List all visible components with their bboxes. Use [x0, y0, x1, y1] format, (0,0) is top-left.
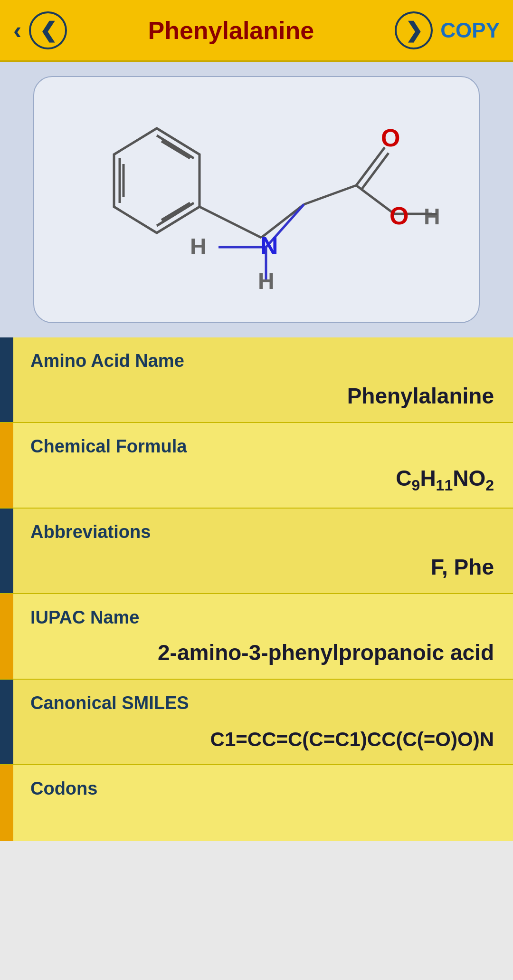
abbreviations-content: Abbreviations F, Phe	[13, 509, 513, 593]
page-title: Phenylalanine	[67, 16, 395, 45]
app-header: ‹ ❮ Phenylalanine ❯ COPY	[0, 0, 513, 62]
svg-text:O: O	[381, 124, 400, 152]
smiles-value: C1=CC=C(C=C1)CC(C(=O)O)N	[30, 722, 494, 751]
next-icon: ❯	[405, 20, 423, 41]
svg-line-12	[304, 185, 356, 204]
svg-line-5	[162, 203, 190, 220]
amino-acid-name-value: Phenylalanine	[30, 377, 494, 409]
side-bar-dark-3	[0, 680, 13, 764]
codons-row: Codons	[0, 765, 513, 841]
chemical-formula-content: Chemical Formula C9H11NO2	[13, 423, 513, 508]
svg-text:H: H	[190, 234, 207, 259]
prev-nav-button[interactable]: ❮	[29, 11, 67, 49]
chemical-formula-row: Chemical Formula C9H11NO2	[0, 423, 513, 509]
molecule-box: N H H O O H	[33, 76, 480, 323]
back-button[interactable]: ‹	[13, 18, 21, 43]
molecule-container: N H H O O H	[0, 62, 513, 337]
header-right: ❯ COPY	[395, 11, 500, 49]
smiles-label: Canonical SMILES	[30, 693, 494, 713]
info-section: Amino Acid Name Phenylalanine Chemical F…	[0, 337, 513, 841]
smiles-content: Canonical SMILES C1=CC=C(C=C1)CC(C(=O)O)…	[13, 680, 513, 764]
chemical-formula-value: C9H11NO2	[30, 460, 494, 494]
iupac-name-label: IUPAC Name	[30, 607, 494, 628]
svg-line-7	[200, 207, 261, 238]
copy-button[interactable]: COPY	[440, 19, 500, 42]
svg-line-13	[356, 147, 385, 185]
amino-acid-name-content: Amino Acid Name Phenylalanine	[13, 337, 513, 422]
abbreviations-row: Abbreviations F, Phe	[0, 509, 513, 594]
side-bar-orange	[0, 423, 13, 508]
side-bar-orange-2	[0, 594, 13, 679]
iupac-name-content: IUPAC Name 2-amino-3-phenylpropanoic aci…	[13, 594, 513, 679]
svg-text:N: N	[260, 232, 278, 259]
chemical-formula-label: Chemical Formula	[30, 436, 494, 457]
amino-acid-name-row: Amino Acid Name Phenylalanine	[0, 337, 513, 423]
codons-content: Codons	[13, 765, 513, 841]
svg-text:H: H	[424, 204, 440, 229]
svg-line-15	[356, 185, 394, 214]
header-left: ‹ ❮	[13, 11, 67, 49]
prev-icon: ❮	[39, 20, 57, 41]
next-nav-button[interactable]: ❯	[395, 11, 433, 49]
iupac-name-value: 2-amino-3-phenylpropanoic acid	[30, 634, 494, 665]
svg-text:H: H	[258, 269, 275, 294]
amino-acid-name-label: Amino Acid Name	[30, 351, 494, 371]
svg-text:O: O	[390, 202, 408, 230]
molecule-svg: N H H O O H	[62, 90, 451, 309]
codons-label: Codons	[30, 778, 494, 799]
smiles-row: Canonical SMILES C1=CC=C(C=C1)CC(C(=O)O)…	[0, 680, 513, 765]
svg-line-4	[162, 141, 190, 158]
svg-marker-0	[114, 128, 200, 233]
abbreviations-value: F, Phe	[30, 548, 494, 580]
iupac-name-row: IUPAC Name 2-amino-3-phenylpropanoic aci…	[0, 594, 513, 680]
side-bar-orange-3	[0, 765, 13, 841]
side-bar-dark-2	[0, 509, 13, 593]
abbreviations-label: Abbreviations	[30, 522, 494, 542]
side-bar-dark	[0, 337, 13, 422]
